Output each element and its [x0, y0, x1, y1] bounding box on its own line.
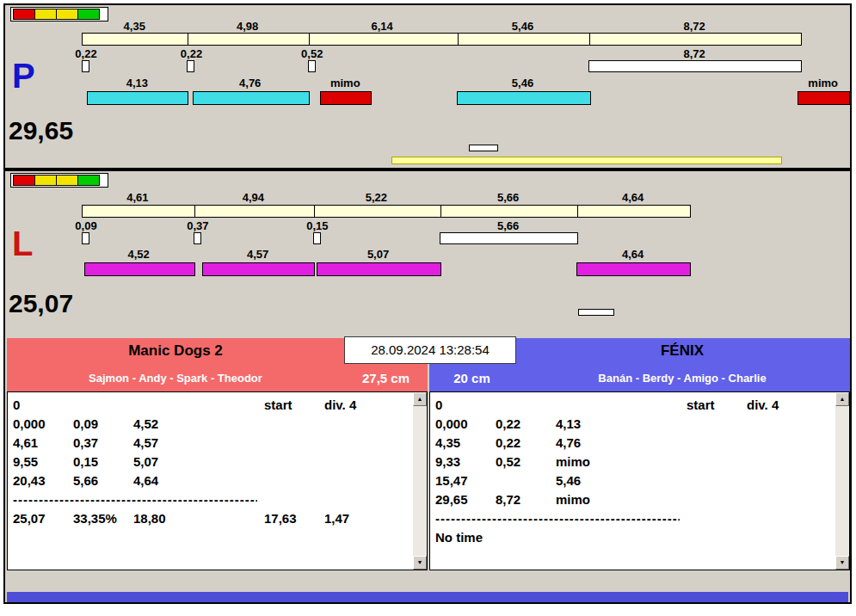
dog-run-bar [576, 262, 691, 276]
dog-time-label: mimo [330, 77, 360, 89]
team-members-right: Banán - Berdy - Amigo - Charlie [514, 372, 850, 385]
split-separator [440, 206, 441, 217]
start-light-cell [34, 175, 57, 186]
table-cell: start [264, 397, 293, 414]
table-row: 0startdiv. 4 [435, 397, 832, 415]
split-time-label: 4,61 [126, 192, 148, 204]
dog-run-bar [202, 262, 315, 276]
scroll-up-icon[interactable]: ▲ [413, 392, 427, 406]
start-light-cell [13, 175, 35, 186]
lane-total-time: 29,65 [9, 117, 73, 145]
table-cell: 5,07 [133, 453, 158, 471]
table-cell: 33,35% [73, 510, 117, 527]
start-light-cell [13, 9, 35, 20]
table-row: 25,0733,35%18,8017,631,47 [13, 510, 410, 528]
split-bar [82, 33, 802, 46]
lane-letter-P: P [12, 59, 35, 93]
table-cell: 4,13 [556, 416, 581, 433]
split-time-label: 4,94 [243, 192, 264, 204]
table-cell: 4,76 [556, 434, 581, 452]
highlight-band [391, 157, 782, 164]
scrollbar-right[interactable]: ▲ ▼ [835, 392, 849, 570]
split-time-label: 6,14 [372, 21, 393, 33]
table-cell: 9,55 [13, 453, 38, 471]
lane-panel-left: L4,614,945,225,664,640,090,370,155,664,5… [5, 171, 850, 331]
table-cell: 25,07 [13, 510, 46, 527]
split-time-label: 4,64 [622, 192, 644, 204]
split-bar [82, 205, 691, 218]
dog-run-bar [193, 91, 310, 105]
table-cell: 18,80 [133, 510, 166, 527]
table-cell: 4,64 [133, 472, 158, 490]
split-separator [589, 34, 590, 45]
table-cell: mimo [556, 491, 590, 508]
team-members-left: Sajmon - Andy - Spark - Theodor [7, 372, 344, 385]
scroll-down-icon[interactable]: ▼ [835, 556, 849, 570]
table-cell: 0,22 [496, 416, 520, 433]
table-row: 20,435,664,64 [13, 472, 410, 490]
start-time-label: 0,22 [75, 48, 96, 60]
table-cell: 9,33 [435, 453, 460, 471]
table-cell: 0,37 [73, 434, 98, 452]
bottom-progress-strip [7, 592, 848, 602]
split-time-label: 5,66 [497, 192, 519, 204]
separator-line: ----------------------------------------… [13, 491, 257, 508]
dog-run-bar [87, 91, 188, 105]
dog-time-label: 4,76 [239, 77, 261, 89]
dog-time-label: 5,07 [367, 249, 389, 261]
table-cell: 1,47 [324, 510, 349, 527]
start-box [308, 60, 316, 72]
scrollbar-left[interactable]: ▲ ▼ [413, 392, 427, 570]
scroll-up-icon[interactable]: ▲ [835, 392, 849, 406]
table-cell: 15,47 [435, 472, 468, 490]
table-row: ----------------------------------------… [13, 491, 410, 509]
team-name-left: Manic Dogs 2 [7, 342, 344, 360]
dog-run-bar [84, 262, 195, 276]
table-cell: 0,15 [73, 453, 98, 471]
table-cell: 0 [13, 397, 20, 414]
dog-time-label: 4,64 [622, 249, 644, 261]
table-cell: 8,72 [496, 491, 520, 508]
scroll-down-icon[interactable]: ▼ [413, 556, 427, 570]
table-cell: 4,35 [435, 434, 460, 452]
table-row: 4,610,374,57 [13, 434, 410, 453]
open-run-label: 5,66 [497, 220, 519, 232]
start-time-label: 0,52 [301, 48, 323, 60]
start-time-label: 0,37 [187, 220, 208, 232]
start-lights [10, 7, 108, 22]
dog-run-bar [317, 262, 441, 276]
start-light-cell [56, 175, 78, 186]
split-separator [188, 34, 188, 45]
timestamp: 28.09.2024 13:28:54 [344, 336, 516, 364]
split-separator [194, 206, 195, 217]
split-time-label: 4,98 [237, 21, 258, 33]
start-light-cell [56, 9, 78, 20]
table-cell: 0,000 [13, 416, 46, 433]
table-cell: 0,22 [496, 434, 520, 452]
table-row: No time [435, 529, 832, 547]
open-run-label: 8,72 [684, 48, 705, 60]
lane-total-time: 25,07 [9, 290, 73, 317]
table-row: 9,330,52mimo [435, 453, 832, 471]
split-time-label: 5,22 [366, 192, 387, 204]
separator-line: ----------------------------------------… [435, 510, 680, 527]
table-cell: 0,52 [496, 453, 520, 471]
table-cell: No time [435, 529, 483, 546]
table-cell: 17,63 [264, 510, 297, 527]
split-time-label: 4,35 [124, 21, 145, 33]
open-run-bar [440, 232, 578, 244]
dog-run-bar [457, 91, 591, 105]
start-time-label: 0,09 [75, 220, 96, 232]
start-box [194, 232, 201, 244]
table-cell: div. 4 [324, 397, 356, 414]
result-table-right: 0startdiv. 40,0000,224,134,350,224,769,3… [429, 391, 850, 570]
table-row: 4,350,224,76 [435, 434, 832, 453]
jump-height-right: 20 cm [429, 371, 514, 385]
dog-time-label: 5,46 [512, 77, 533, 89]
table-cell: 29,65 [435, 491, 468, 508]
split-time-label: 8,72 [684, 21, 705, 33]
table-cell: div. 4 [747, 397, 779, 414]
table-row: 0startdiv. 4 [13, 397, 410, 415]
jump-height-left: 27,5 cm [344, 371, 428, 385]
app-window: P4,354,986,145,468,720,220,220,528,724,1… [3, 3, 852, 604]
